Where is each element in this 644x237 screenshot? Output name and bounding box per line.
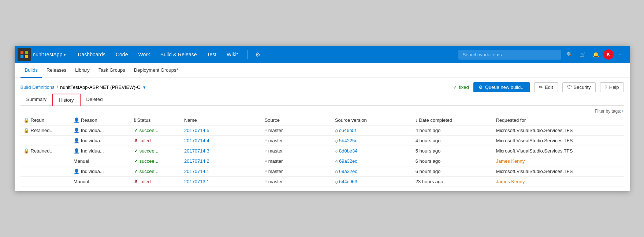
status-success: ✓succee... — [134, 148, 178, 154]
breadcrumb-current: nunitTestApp-ASP.NET (PREVIEW)-CI ▾ — [60, 84, 146, 90]
cell-source: ⑂master — [262, 125, 332, 136]
version-link[interactable]: c646b5f — [339, 128, 356, 133]
build-name-link[interactable]: 20170714.5 — [184, 128, 209, 133]
cell-name[interactable]: 20170714.2 — [181, 156, 262, 166]
subnav-builds[interactable]: Builds — [21, 63, 42, 78]
col-header-reason: 👤Reason — [71, 115, 131, 125]
build-name-link[interactable]: 20170714.2 — [184, 158, 209, 164]
build-name-link[interactable]: 20170714.3 — [184, 148, 209, 154]
sort-down-icon: ↓ — [416, 117, 418, 123]
commit-icon: ◇ — [335, 128, 338, 133]
svg-rect-1 — [25, 51, 28, 54]
commit-icon: ◇ — [335, 169, 338, 174]
breadcrumb: Build Definitions / nunitTestApp-ASP.NET… — [21, 84, 146, 90]
info-header-icon: ℹ — [134, 117, 136, 123]
cell-requested-for: Microsoft.VisualStudio.Services.TFS — [493, 166, 623, 177]
avatar[interactable]: K — [603, 49, 614, 60]
gear-icon[interactable]: ⚙ — [252, 49, 264, 60]
queue-build-button[interactable]: ⚙ Queue new build... — [473, 82, 530, 92]
subnav-releases[interactable]: Releases — [42, 63, 71, 78]
cell-name[interactable]: 20170714.5 — [181, 125, 262, 136]
cell-reason: 👤Individua... — [71, 125, 131, 136]
cell-reason: Manual — [71, 177, 131, 187]
cell-name[interactable]: 20170713.1 — [181, 177, 262, 187]
nav-items: Dashboards Code Work Build & Release Tes… — [73, 46, 458, 63]
svg-rect-3 — [25, 55, 28, 58]
breadcrumb-chevron-icon[interactable]: ▾ — [143, 84, 146, 90]
search-icon[interactable]: 🔍 — [564, 49, 576, 60]
commit-icon: ◇ — [335, 139, 338, 143]
nav-code[interactable]: Code — [111, 46, 132, 63]
col-header-requested: Requested for — [493, 115, 623, 125]
bell-icon[interactable]: 🔔 — [590, 49, 602, 60]
cell-source-version[interactable]: ◇644c963 — [332, 177, 413, 187]
build-name-link[interactable]: 20170713.1 — [184, 179, 209, 184]
filter-tags-plus[interactable]: + — [621, 109, 623, 114]
cell-name[interactable]: 20170714.4 — [181, 136, 262, 146]
cell-status: ✓succee... — [131, 166, 181, 177]
requested-for-link[interactable]: James Kenny — [496, 158, 525, 164]
security-button[interactable]: 🛡 Security — [562, 82, 596, 92]
app-name-chevron[interactable]: ▾ — [64, 52, 66, 57]
cell-source: ⑂master — [262, 166, 332, 177]
requested-for-link[interactable]: James Kenny — [496, 179, 525, 184]
commit-icon: ◇ — [335, 159, 338, 163]
cell-source-version[interactable]: ◇5b4225c — [332, 136, 413, 146]
cart-icon[interactable]: 🛒 — [577, 49, 589, 60]
branch-icon: ⑂ — [265, 139, 267, 143]
cell-reason: 👤Individua... — [71, 136, 131, 146]
svg-rect-2 — [21, 55, 23, 58]
nav-wiki[interactable]: Wiki* — [222, 46, 243, 63]
subnav-task-groups[interactable]: Task Groups — [94, 63, 130, 78]
cell-source: ⑂master — [262, 146, 332, 156]
cell-date: 4 hours ago — [413, 125, 493, 136]
breadcrumb-link[interactable]: Build Definitions — [21, 84, 55, 90]
subnav-library[interactable]: Library — [71, 63, 94, 78]
status-label: fixed — [459, 84, 469, 90]
search-input[interactable] — [458, 50, 561, 60]
breadcrumb-row: Build Definitions / nunitTestApp-ASP.NET… — [21, 82, 624, 92]
cell-source-version[interactable]: ◇8d0be34 — [332, 146, 413, 156]
version-link[interactable]: 69a32ec — [339, 158, 357, 164]
cell-name[interactable]: 20170714.3 — [181, 146, 262, 156]
version-link[interactable]: 8d0be34 — [339, 148, 358, 154]
col-header-date[interactable]: ↓Date completed — [413, 115, 493, 125]
tab-deleted[interactable]: Deleted — [81, 94, 109, 106]
subnav-deployment-groups[interactable]: Deployment Groups* — [130, 63, 183, 78]
breadcrumb-separator: / — [57, 84, 58, 90]
cell-status: ✗failed — [131, 136, 181, 146]
cell-name[interactable]: 20170714.1 — [181, 166, 262, 177]
branch-icon: ⑂ — [265, 149, 267, 153]
cell-source-version[interactable]: ◇69a32ec — [332, 166, 413, 177]
x-icon: ✗ — [134, 179, 138, 184]
cell-source: ⑂master — [262, 136, 332, 146]
edit-button[interactable]: ✏ Edit — [534, 82, 558, 92]
app-logo[interactable] — [18, 48, 31, 61]
cell-source-version[interactable]: ◇c646b5f — [332, 125, 413, 136]
cell-source-version[interactable]: ◇69a32ec — [332, 156, 413, 166]
pencil-icon: ✏ — [539, 84, 543, 90]
build-name-link[interactable]: 20170714.4 — [184, 138, 209, 143]
build-name-link[interactable]: 20170714.1 — [184, 169, 209, 174]
branch-icon: ⑂ — [265, 128, 267, 133]
version-link[interactable]: 5b4225c — [339, 138, 357, 143]
commit-icon: ◇ — [335, 180, 338, 184]
more-icon[interactable]: ··· — [615, 49, 627, 60]
cell-reason: Manual — [71, 156, 131, 166]
version-link[interactable]: 69a32ec — [339, 169, 357, 174]
tab-history[interactable]: History — [52, 94, 80, 106]
branch-icon: ⑂ — [265, 169, 267, 174]
nav-test[interactable]: Test — [202, 46, 221, 63]
nav-work[interactable]: Work — [134, 46, 154, 63]
version-link[interactable]: 644c963 — [339, 179, 357, 184]
nav-dashboards[interactable]: Dashboards — [73, 46, 110, 63]
cell-source: ⑂master — [262, 177, 332, 187]
right-icons: 🔍 🛒 🔔 K ··· — [564, 49, 627, 60]
x-icon: ✗ — [134, 138, 138, 143]
help-icon: ? — [605, 84, 607, 90]
help-button[interactable]: ? Help — [600, 82, 624, 92]
tab-summary[interactable]: Summary — [21, 94, 53, 106]
status-success: ✓succee... — [134, 158, 178, 164]
nav-build-release[interactable]: Build & Release — [156, 46, 201, 63]
cell-date: 6 hours ago — [413, 156, 493, 166]
